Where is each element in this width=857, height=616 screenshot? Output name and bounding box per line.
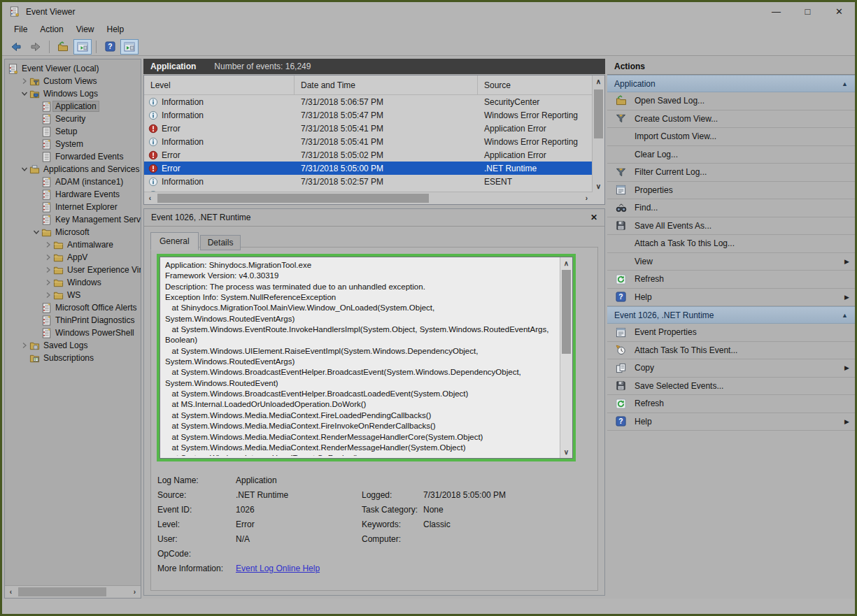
action-create-custom-view[interactable]: Create Custom View... xyxy=(607,110,855,129)
event-row-5[interactable]: Error7/31/2018 5:05:02 PMApplication Err… xyxy=(144,148,593,162)
action-attach-a-task-to-this-log[interactable]: Attach a Task To this Log... xyxy=(607,235,855,253)
action-view[interactable]: View▶ xyxy=(607,253,855,271)
menu-file[interactable]: File xyxy=(8,22,34,36)
action-event-properties[interactable]: Event Properties xyxy=(607,324,855,342)
export-button[interactable] xyxy=(54,39,72,55)
column-header-date-and-time[interactable]: Date and Time xyxy=(295,76,478,94)
scroll-left-icon[interactable]: ‹ xyxy=(5,586,17,598)
scroll-right-icon[interactable]: › xyxy=(581,192,593,204)
tree-item-application[interactable]: Application xyxy=(5,100,141,113)
scroll-left-icon[interactable]: ‹ xyxy=(144,192,156,204)
tree-item-microsoft-office-alerts[interactable]: Microsoft Office Alerts xyxy=(5,301,141,314)
chevron-right-icon[interactable] xyxy=(20,342,29,349)
menu-action[interactable]: Action xyxy=(34,22,69,36)
tree-item-key-management-service[interactable]: Key Management Service xyxy=(5,213,141,226)
tab-details[interactable]: Details xyxy=(200,235,241,250)
tree-item-subscriptions[interactable]: Subscriptions xyxy=(5,352,141,364)
action-clear-log[interactable]: Clear Log... xyxy=(607,146,855,164)
chevron-right-icon[interactable] xyxy=(43,279,53,286)
column-header-level[interactable]: Level xyxy=(144,76,295,94)
close-preview-icon[interactable]: ✕ xyxy=(590,213,597,222)
chevron-down-icon[interactable] xyxy=(31,229,41,236)
tree-item-internet-explorer[interactable]: Internet Explorer xyxy=(5,201,141,213)
actions-section-application[interactable]: Application▲ xyxy=(607,75,855,92)
action-copy[interactable]: Copy▶ xyxy=(607,359,855,378)
event-list-vertical-scrollbar[interactable]: ∧ ∨ xyxy=(592,76,604,192)
tree-item-antimalware[interactable]: Antimalware xyxy=(5,238,141,251)
help-button[interactable]: ? xyxy=(101,39,119,55)
maximize-button[interactable]: □ xyxy=(792,2,823,21)
scroll-right-icon[interactable]: › xyxy=(129,586,141,598)
actions-section-event-1026-net-runtime[interactable]: Event 1026, .NET Runtime▲ xyxy=(607,306,855,324)
tree-item-setup[interactable]: Setup xyxy=(5,125,141,138)
chevron-down-icon[interactable] xyxy=(20,90,29,97)
tree-item-appv[interactable]: AppV xyxy=(5,251,141,264)
tree-item-forwarded-events[interactable]: Forwarded Events xyxy=(5,150,141,163)
chevron-down-icon[interactable] xyxy=(20,166,29,173)
menu-view[interactable]: View xyxy=(70,22,101,36)
tree-item-system[interactable]: System xyxy=(5,138,141,150)
tab-general[interactable]: General xyxy=(150,232,199,250)
back-button[interactable] xyxy=(7,39,25,55)
action-help[interactable]: ?Help▶ xyxy=(607,289,855,307)
scrollbar-thumb[interactable] xyxy=(562,270,571,354)
show-console-tree-button[interactable] xyxy=(73,39,92,55)
chevron-right-icon[interactable] xyxy=(43,254,53,261)
tree-item-adam-instance1[interactable]: ADAM (instance1) xyxy=(5,176,141,188)
tree-horizontal-scrollbar[interactable]: ‹ › xyxy=(5,585,141,598)
minimize-button[interactable]: — xyxy=(760,2,792,21)
close-button[interactable]: ✕ xyxy=(823,2,855,21)
tree-item-user-experience-virtua[interactable]: User Experience Virtua xyxy=(5,264,141,276)
action-refresh[interactable]: Refresh xyxy=(607,271,855,289)
scroll-up-icon[interactable]: ∧ xyxy=(560,257,572,269)
scroll-up-icon[interactable]: ∧ xyxy=(593,76,604,87)
scroll-down-icon[interactable]: ∨ xyxy=(593,180,604,192)
tree-item-windows-powershell[interactable]: Windows PowerShell xyxy=(5,327,141,339)
message-vertical-scrollbar[interactable]: ∧ ∨ xyxy=(560,257,572,458)
tree-item-security[interactable]: Security xyxy=(5,113,141,125)
collapse-icon[interactable]: ▲ xyxy=(842,312,848,319)
tree-item-hardware-events[interactable]: Hardware Events xyxy=(5,188,141,201)
action-attach-task-to-this-event[interactable]: Attach Task To This Event... xyxy=(607,342,855,360)
event-row-2[interactable]: Information7/31/2018 5:05:47 PMWindows E… xyxy=(144,108,593,122)
event-row-6[interactable]: Error7/31/2018 5:05:00 PM.NET Runtime xyxy=(144,162,593,175)
collapse-icon[interactable]: ▲ xyxy=(842,80,848,87)
chevron-right-icon[interactable] xyxy=(20,78,29,85)
tree-item-saved-logs[interactable]: Saved Logs xyxy=(5,339,141,352)
tree-item-custom-views[interactable]: Custom Views xyxy=(5,75,141,87)
menu-help[interactable]: Help xyxy=(101,22,131,36)
scroll-down-icon[interactable]: ∨ xyxy=(560,446,572,458)
event-row-7[interactable]: Information7/31/2018 5:02:57 PMESENT xyxy=(144,175,593,188)
tree-item-windows-logs[interactable]: Windows Logs xyxy=(5,87,141,100)
action-find[interactable]: Find... xyxy=(607,199,855,217)
scrollbar-thumb[interactable] xyxy=(594,89,603,138)
fapps-icon xyxy=(29,164,41,175)
tree-item-microsoft[interactable]: Microsoft xyxy=(5,226,141,238)
action-properties[interactable]: Properties xyxy=(607,182,855,200)
action-help[interactable]: ?Help▶ xyxy=(607,413,855,431)
action-open-saved-log[interactable]: Open Saved Log... xyxy=(607,92,855,110)
action-save-selected-events[interactable]: Save Selected Events... xyxy=(607,378,855,396)
tree-item-applications-and-services-lo[interactable]: Applications and Services Lo xyxy=(5,163,141,176)
action-import-custom-view[interactable]: Import Custom View... xyxy=(607,128,855,146)
event-row-1[interactable]: Information7/31/2018 5:06:57 PMSecurityC… xyxy=(144,95,593,108)
scrollbar-thumb[interactable] xyxy=(157,194,429,203)
column-header-source[interactable]: Source xyxy=(478,76,593,94)
event-list-horizontal-scrollbar[interactable]: ‹ › xyxy=(144,192,593,204)
tree-item-thinprint-diagnostics[interactable]: ThinPrint Diagnostics xyxy=(5,314,141,327)
tree-item-event-viewer-local[interactable]: Event Viewer (Local) xyxy=(5,62,141,75)
action-save-all-events-as[interactable]: Save All Events As... xyxy=(607,217,855,236)
event-log-online-help-link[interactable]: Event Log Online Help xyxy=(236,564,320,573)
chevron-right-icon[interactable] xyxy=(43,266,53,273)
action-refresh[interactable]: Refresh xyxy=(607,395,855,413)
tree-item-ws[interactable]: WS xyxy=(5,289,141,301)
chevron-right-icon[interactable] xyxy=(43,241,53,248)
show-action-pane-button[interactable] xyxy=(120,39,139,55)
event-row-3[interactable]: Error7/31/2018 5:05:41 PMApplication Err… xyxy=(144,122,593,135)
tree-item-windows[interactable]: Windows xyxy=(5,276,141,289)
chevron-right-icon[interactable] xyxy=(43,292,53,299)
scrollbar-thumb[interactable] xyxy=(18,587,106,596)
forward-button[interactable] xyxy=(27,39,45,55)
event-row-4[interactable]: Information7/31/2018 5:05:41 PMWindows E… xyxy=(144,135,593,148)
action-filter-current-log[interactable]: Filter Current Log... xyxy=(607,164,855,182)
